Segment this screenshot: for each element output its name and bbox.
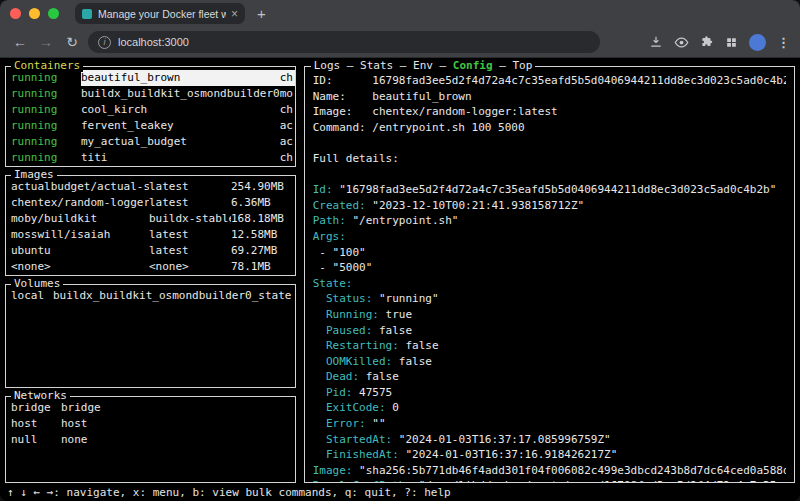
image-tag: buildx-stable-1	[149, 211, 231, 227]
container-row[interactable]: runningbuildx_buildkit_osmondbuilder0mo	[6, 86, 295, 102]
container-row[interactable]: runningfervent_leakeyac	[6, 118, 295, 134]
tab-separator: —	[393, 59, 413, 72]
containers-panel[interactable]: Containers runningbeautiful_brownchrunni…	[5, 66, 296, 167]
config-detail-line: Restarting: false	[313, 338, 786, 354]
left-column: Containers runningbeautiful_brownchrunni…	[5, 66, 296, 483]
container-row-body: beautiful_brownch	[81, 70, 295, 86]
address-bar[interactable]: i localhost:3000	[88, 31, 600, 53]
reload-button[interactable]: ↻	[62, 34, 82, 50]
window-controls	[10, 8, 67, 19]
container-row[interactable]: runningcool_kirchch	[6, 102, 295, 118]
container-name: titi	[81, 150, 280, 166]
images-panel-title: Images	[11, 169, 57, 181]
config-key: State:	[313, 277, 353, 290]
config-summary-key: Command:	[313, 120, 373, 136]
tab-close-icon[interactable]: ×	[231, 7, 238, 21]
browser-toolbar: ← → ↻ i localhost:3000 ⋮	[0, 27, 800, 58]
image-row[interactable]: <none><none>78.1MB	[6, 259, 295, 275]
network-driver: none	[61, 432, 295, 448]
container-status: running	[11, 86, 81, 102]
config-key: Path:	[313, 214, 346, 227]
image-row[interactable]: mosswill/isaiahlatest12.58MB	[6, 227, 295, 243]
volumes-rows: localbuildx_buildkit_osmondbuilder0_stat…	[6, 285, 295, 387]
tab-config[interactable]: Config	[453, 59, 493, 72]
image-name: ubuntu	[11, 243, 149, 259]
apps-grid-icon[interactable]	[725, 36, 738, 49]
tab-top[interactable]: Top	[512, 59, 532, 72]
tab-stats[interactable]: Stats	[360, 59, 393, 72]
menu-kebab-icon[interactable]: ⋮	[777, 35, 790, 50]
container-name: buildx_buildkit_osmondbuilder0	[81, 86, 280, 102]
forward-button[interactable]: →	[36, 34, 56, 50]
container-row[interactable]: runningbeautiful_brownch	[6, 70, 295, 86]
inspector-content: ID:16798fad3ee5d2f4d72a4c7c35eafd5b5d040…	[305, 67, 794, 482]
new-tab-button[interactable]: +	[257, 5, 266, 22]
config-key: StartedAt:	[326, 433, 392, 446]
tab-separator: —	[493, 59, 513, 72]
back-button[interactable]: ←	[10, 34, 30, 50]
image-size: 69.27MB	[231, 243, 295, 259]
image-row[interactable]: moby/buildkitbuildx-stable-1168.18MB	[6, 211, 295, 227]
container-row-body: my_actual_budgetac	[81, 134, 295, 150]
container-status: running	[11, 102, 81, 118]
config-detail-line: ExitCode: 0	[313, 400, 786, 416]
config-detail-line: Path: "/entrypoint.sh"	[313, 213, 786, 229]
container-image-col: ch	[280, 102, 295, 118]
close-window-button[interactable]	[10, 8, 21, 19]
container-image-col: mo	[280, 86, 295, 102]
image-row[interactable]: chentex/random-loggerlatest6.36MB	[6, 195, 295, 211]
config-key: Dead:	[326, 370, 359, 383]
config-key: OOMKilled:	[326, 355, 392, 368]
image-tag: latest	[149, 179, 231, 195]
tab-title: Manage your Docker fleet w	[98, 8, 226, 20]
image-row[interactable]: actualbudget/actual-serverlatest254.90MB	[6, 179, 295, 195]
browser-tab[interactable]: Manage your Docker fleet w ×	[75, 3, 245, 24]
config-summary-line: Command:/entrypoint.sh 100 5000	[313, 120, 786, 136]
network-row[interactable]: nullnone	[6, 432, 295, 448]
tab-env[interactable]: Env	[413, 59, 433, 72]
profile-avatar[interactable]	[749, 34, 766, 51]
container-name: my_actual_budget	[81, 134, 280, 150]
config-detail-line: Error: ""	[313, 416, 786, 432]
tab-separator: —	[340, 59, 360, 72]
container-row[interactable]: runningtitich	[6, 150, 295, 166]
networks-panel[interactable]: Networks bridgebridgehosthostnullnone	[5, 396, 296, 483]
network-row[interactable]: hosthost	[6, 416, 295, 432]
zoom-window-button[interactable]	[48, 8, 59, 19]
full-details-heading: Full details:	[313, 151, 786, 167]
container-status: running	[11, 118, 81, 134]
config-detail-line: Running: true	[313, 307, 786, 323]
config-detail-line: Paused: false	[313, 323, 786, 339]
minimize-window-button[interactable]	[29, 8, 40, 19]
container-image-col: ac	[280, 118, 295, 134]
container-status: running	[11, 150, 81, 166]
config-key: Running:	[326, 308, 379, 321]
volumes-panel[interactable]: Volumes localbuildx_buildkit_osmondbuild…	[5, 284, 296, 388]
site-info-icon[interactable]: i	[98, 36, 111, 49]
toolbar-icons: ⋮	[649, 34, 790, 51]
config-detail-line: Pid: 47575	[313, 385, 786, 401]
blank-line	[313, 135, 786, 151]
container-status: running	[11, 70, 81, 86]
container-row[interactable]: runningmy_actual_budgetac	[6, 134, 295, 150]
extensions-puzzle-icon[interactable]	[700, 35, 714, 49]
eye-icon[interactable]	[674, 35, 689, 50]
config-detail-line: ResolvConfPath: "/var/lib/docker/contain…	[313, 478, 786, 482]
tab-logs[interactable]: Logs	[314, 59, 341, 72]
image-row[interactable]: ubuntulatest69.27MB	[6, 243, 295, 259]
image-name: chentex/random-logger	[11, 195, 149, 211]
image-tag: latest	[149, 243, 231, 259]
image-tag: latest	[149, 227, 231, 243]
config-key: Error:	[326, 417, 366, 430]
images-panel[interactable]: Images actualbudget/actual-serverlatest2…	[5, 175, 296, 276]
network-row[interactable]: bridgebridge	[6, 400, 295, 416]
status-bar: ↑ ↓ ← →: navigate, x: menu, b: view bulk…	[5, 483, 795, 501]
downloads-icon[interactable]	[649, 35, 663, 49]
container-image-col: ch	[280, 70, 295, 86]
volume-row[interactable]: localbuildx_buildkit_osmondbuilder0_stat…	[6, 288, 295, 304]
container-status: running	[11, 134, 81, 150]
config-key: Paused:	[326, 324, 372, 337]
terminal-main: Containers runningbeautiful_brownchrunni…	[5, 58, 795, 483]
config-detail-line: OOMKilled: false	[313, 354, 786, 370]
image-size: 6.36MB	[231, 195, 295, 211]
